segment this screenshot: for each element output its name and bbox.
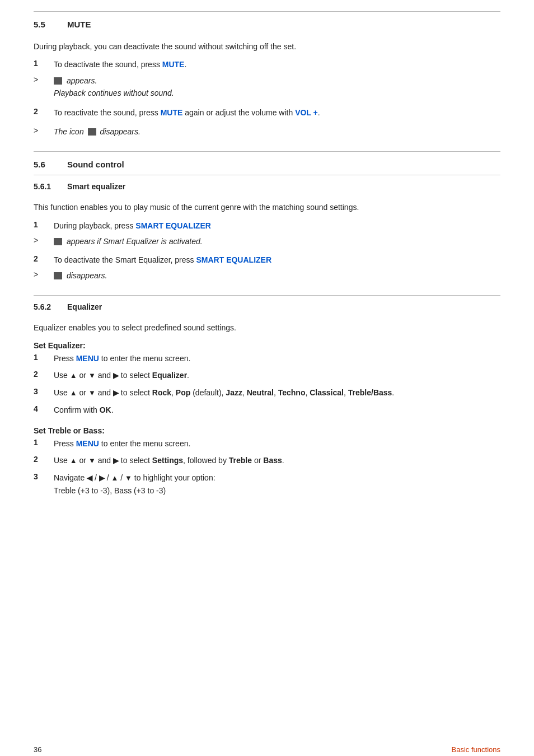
indicator-561-2-content: disappears. (54, 269, 500, 282)
step-561-1: 1 During playback, press SMART EQUALIZER (34, 220, 500, 232)
neutral-option: Neutral (247, 388, 274, 397)
eq-step-3: 3 Use ▲ or ▼ and ▶ to select Rock, Pop (… (34, 386, 500, 399)
indicator-561-2-text: disappears. (67, 271, 107, 280)
eq-step-1: 1 Press MENU to enter the menu screen. (34, 352, 500, 365)
arrow-down-3: ▼ (88, 456, 96, 465)
indicator-561-2: > disappears. (34, 269, 500, 282)
step-55-1: 1 To deactivate the sound, press MUTE. (34, 58, 500, 71)
treble-step-1: 1 Press MENU to enter the menu screen. (34, 437, 500, 450)
section-561-body: This function enables you to play music … (34, 195, 500, 295)
key-mute-1: MUTE (162, 60, 185, 69)
arrow-right-nav: ▶ (99, 474, 105, 482)
footer-section-label: Basic functions (452, 745, 500, 754)
eq-step-3-num: 3 (34, 386, 54, 396)
arrow-up-2: ▲ (70, 389, 77, 397)
ok-option: OK (100, 405, 111, 414)
indicator-55-2-text: The icon (54, 127, 86, 136)
section-55-intro: During playback, you can deactivate the … (34, 40, 500, 53)
eq-step-1-content: Press MENU to enter the menu screen. (54, 352, 500, 365)
page-number: 36 (34, 745, 41, 754)
eq-step-4: 4 Confirm with OK. (34, 404, 500, 416)
key-smart-eq-2: SMART EQUALIZER (196, 255, 271, 264)
step-55-1-num: 1 (34, 58, 54, 68)
section-562-number: 5.6.2 (34, 302, 67, 311)
arrow-left-nav: ◀ (87, 474, 92, 482)
indicator-55-1-symbol: > (34, 74, 54, 84)
indicator-561-1-content: appears if Smart Equalizer is activated. (54, 235, 500, 248)
section-55-number: 5.5 (34, 20, 67, 29)
treble-step-3-content: Navigate ◀ / ▶ / ▲ / ▼ to highlight your… (54, 472, 500, 497)
step-55-2-num: 2 (34, 106, 54, 116)
section-55-title: MUTE (67, 20, 91, 29)
indicator-55-1-text: appears.Playback continues without sound… (54, 76, 174, 97)
indicator-55-1-content: appears.Playback continues without sound… (54, 74, 500, 100)
section-561-title: Smart equalizer (67, 182, 125, 191)
treble-step-3: 3 Navigate ◀ / ▶ / ▲ / ▼ to highlight yo… (34, 472, 500, 497)
eq-step-4-content: Confirm with OK. (54, 404, 500, 416)
step-55-2: 2 To reactivate the sound, press MUTE ag… (34, 106, 500, 119)
arrow-down-1: ▼ (88, 371, 96, 380)
section-561-number: 5.6.1 (34, 182, 67, 191)
techno-option: Techno (278, 388, 306, 397)
eq-step-1-num: 1 (34, 352, 54, 362)
indicator-55-2-symbol: > (34, 125, 54, 135)
page-footer: 36 Basic functions (34, 745, 500, 754)
arrow-up-3: ▲ (70, 456, 77, 465)
mute-icon (54, 77, 62, 85)
set-treble-label: Set Treble or Bass: (34, 426, 500, 435)
mute-icon-2 (88, 128, 96, 136)
eq-step-2-num: 2 (34, 369, 54, 379)
step-561-2: 2 To deactivate the Smart Equalizer, pre… (34, 254, 500, 266)
step-55-1-content: To deactivate the sound, press MUTE. (54, 58, 500, 71)
section-56-title: Sound control (67, 160, 124, 169)
treble-step-3-num: 3 (34, 472, 54, 481)
indicator-561-2-symbol: > (34, 269, 54, 279)
indicator-55-1: > appears.Playback continues without sou… (34, 74, 500, 100)
section-562-title: Equalizer (67, 302, 102, 311)
section-562-intro: Equalizer enables you to select predefin… (34, 321, 500, 334)
eq-icon-1 (54, 238, 62, 245)
treble-range: Treble (+3 to -3), Bass (+3 to -3) (54, 486, 166, 495)
indicator-561-1-symbol: > (34, 235, 54, 245)
step-561-2-content: To deactivate the Smart Equalizer, press… (54, 254, 500, 266)
arrow-up-nav: ▲ (111, 474, 119, 482)
settings-option: Settings (152, 456, 183, 465)
key-menu-2: MENU (76, 439, 99, 448)
set-equalizer-label: Set Equalizer: (34, 341, 500, 350)
treble-step-2: 2 Use ▲ or ▼ and ▶ to select Settings, f… (34, 454, 500, 467)
treble-bass-option: Treble/Bass (348, 388, 392, 397)
indicator-55-2-content: The icon disappears. (54, 125, 500, 138)
section-562-header: 5.6.2 Equalizer (34, 296, 500, 316)
pop-option: Pop (176, 388, 190, 397)
eq-step-2: 2 Use ▲ or ▼ and ▶ to select Equalizer. (34, 369, 500, 382)
eq-icon-2 (54, 272, 62, 279)
section-55-header: 5.5 MUTE (34, 12, 500, 35)
indicator-561-1: > appears if Smart Equalizer is activate… (34, 235, 500, 248)
indicator-561-1-text: appears if Smart Equalizer is activated. (67, 237, 203, 246)
page: 5.5 MUTE During playback, you can deacti… (0, 11, 534, 756)
key-menu-1: MENU (76, 354, 99, 363)
bass-option: Bass (263, 456, 282, 465)
key-vol-plus: VOL + (295, 108, 318, 117)
jazz-option: Jazz (226, 388, 242, 397)
eq-step-4-num: 4 (34, 404, 54, 413)
key-mute-2: MUTE (161, 108, 183, 117)
arrow-down-nav: ▼ (125, 474, 132, 482)
treble-step-2-content: Use ▲ or ▼ and ▶ to select Settings, fol… (54, 454, 500, 467)
arrow-right-1: ▶ (113, 371, 119, 380)
arrow-right-2: ▶ (113, 389, 119, 397)
section-561-intro: This function enables you to play music … (34, 201, 500, 213)
treble-step-1-content: Press MENU to enter the menu screen. (54, 437, 500, 450)
arrow-up-1: ▲ (70, 371, 77, 380)
section-56-header: 5.6 Sound control (34, 152, 500, 175)
treble-option: Treble (229, 456, 252, 465)
section-562-body: Equalizer enables you to select predefin… (34, 316, 500, 510)
indicator-55-2-text-2: disappears. (100, 127, 140, 136)
classical-option: Classical (310, 388, 344, 397)
arrow-down-2: ▼ (88, 389, 96, 397)
eq-step-2-content: Use ▲ or ▼ and ▶ to select Equalizer. (54, 369, 500, 382)
arrow-right-3: ▶ (113, 456, 119, 465)
key-smart-eq-1: SMART EQUALIZER (135, 221, 211, 230)
step-561-2-num: 2 (34, 254, 54, 263)
treble-step-1-num: 1 (34, 437, 54, 447)
